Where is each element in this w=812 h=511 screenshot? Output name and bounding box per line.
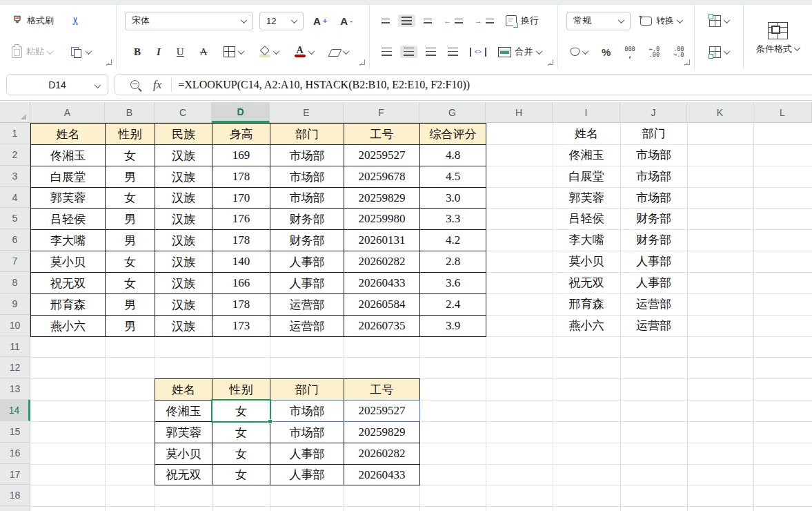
cell-G5[interactable]: 3.3 bbox=[419, 208, 486, 230]
cell-C17[interactable]: 祝无双 bbox=[155, 464, 212, 485]
cell-B2[interactable]: 女 bbox=[105, 144, 155, 166]
cell-F16[interactable]: 20260282 bbox=[344, 443, 420, 465]
column-header-D[interactable]: D bbox=[212, 102, 270, 123]
font-family-select[interactable]: 宋体 bbox=[125, 12, 253, 30]
cell-A1[interactable]: 姓名 bbox=[30, 123, 106, 145]
cell-I5[interactable]: 吕轻侯 bbox=[553, 208, 620, 229]
column-header-G[interactable]: G bbox=[419, 102, 486, 123]
cell-J7[interactable]: 人事部 bbox=[620, 251, 687, 272]
increase-decimal-button[interactable]: ←.0.00 bbox=[646, 44, 663, 60]
cell-J8[interactable]: 人事部 bbox=[620, 272, 687, 293]
cell-G1[interactable]: 综合评分 bbox=[419, 123, 486, 145]
cell-E8[interactable]: 人事部 bbox=[270, 272, 344, 294]
number-dialog-launcher[interactable] bbox=[684, 59, 690, 65]
cell-D9[interactable]: 178 bbox=[212, 293, 270, 316]
cell-E14[interactable]: 市场部 bbox=[270, 400, 344, 422]
thousands-separator-button[interactable]: 000, bbox=[621, 44, 638, 60]
cell-J10[interactable]: 运营部 bbox=[620, 315, 687, 336]
cell-G7[interactable]: 2.8 bbox=[419, 251, 486, 273]
cell-C5[interactable]: 汉族 bbox=[155, 208, 212, 230]
justify-button[interactable] bbox=[444, 46, 462, 58]
cell-J2[interactable]: 市场部 bbox=[620, 144, 687, 166]
cell-A5[interactable]: 吕轻侯 bbox=[30, 208, 106, 230]
cell-C10[interactable]: 汉族 bbox=[155, 315, 212, 337]
cell-B6[interactable]: 男 bbox=[105, 229, 155, 251]
cell-G4[interactable]: 3.0 bbox=[419, 187, 486, 209]
row-header-5[interactable]: 5 bbox=[0, 208, 30, 229]
row-header-17[interactable]: 17 bbox=[0, 464, 30, 485]
paste-button[interactable]: 粘贴 bbox=[8, 44, 56, 60]
eraser-button[interactable] bbox=[326, 46, 352, 59]
row-header-19[interactable]: 19 bbox=[0, 506, 30, 511]
cell-E16[interactable]: 人事部 bbox=[270, 443, 344, 465]
cell-E9[interactable]: 运营部 bbox=[270, 293, 344, 316]
formula-search-icon[interactable] bbox=[130, 80, 139, 89]
cell-I4[interactable]: 郭芙蓉 bbox=[553, 187, 620, 208]
cell-A9[interactable]: 邢育森 bbox=[30, 293, 106, 316]
cell-D2[interactable]: 169 bbox=[212, 144, 270, 166]
cell-I1[interactable]: 姓名 bbox=[553, 123, 620, 144]
row-header-2[interactable]: 2 bbox=[0, 144, 30, 166]
cell-E4[interactable]: 市场部 bbox=[270, 187, 344, 209]
cell-B4[interactable]: 女 bbox=[105, 187, 155, 209]
column-header-J[interactable]: J bbox=[620, 102, 687, 123]
cell-G6[interactable]: 4.2 bbox=[419, 229, 486, 251]
cell-A8[interactable]: 祝无双 bbox=[30, 272, 106, 294]
font-color-button[interactable]: A bbox=[291, 44, 317, 59]
row-header-6[interactable]: 6 bbox=[0, 229, 30, 251]
cell-A7[interactable]: 莫小贝 bbox=[30, 251, 106, 273]
align-left-button[interactable] bbox=[378, 46, 395, 58]
cell-F6[interactable]: 20260131 bbox=[344, 229, 420, 251]
cell-G8[interactable]: 3.6 bbox=[419, 272, 486, 294]
cell-B10[interactable]: 男 bbox=[105, 315, 155, 337]
cell-C16[interactable]: 莫小贝 bbox=[155, 443, 212, 465]
row-header-11[interactable]: 11 bbox=[0, 336, 30, 357]
cell-D4[interactable]: 170 bbox=[212, 187, 270, 209]
row-header-18[interactable]: 18 bbox=[0, 485, 30, 506]
formula-input-area[interactable]: fx =XLOOKUP(C14, A2:A10, HSTACK(B2:B10, … bbox=[115, 74, 812, 95]
fx-icon[interactable]: fx bbox=[153, 78, 161, 92]
cell-A6[interactable]: 李大嘴 bbox=[30, 229, 106, 251]
cell-I8[interactable]: 祝无双 bbox=[553, 272, 620, 293]
clipboard-dialog-launcher[interactable] bbox=[106, 59, 112, 65]
italic-button[interactable]: I bbox=[153, 44, 164, 60]
cell-C9[interactable]: 汉族 bbox=[155, 293, 212, 316]
name-box[interactable]: D14 bbox=[6, 74, 108, 95]
cell-C7[interactable]: 汉族 bbox=[155, 251, 212, 273]
cell-F7[interactable]: 20260282 bbox=[344, 251, 420, 273]
cell-D13[interactable]: 性别 bbox=[212, 378, 270, 401]
decrease-font-button[interactable]: A- bbox=[337, 13, 356, 29]
cell-B7[interactable]: 女 bbox=[105, 251, 155, 273]
cell-D1[interactable]: 身高 bbox=[212, 123, 270, 145]
borders-button[interactable] bbox=[220, 44, 247, 59]
column-header-C[interactable]: C bbox=[155, 102, 212, 123]
cell-J4[interactable]: 市场部 bbox=[620, 187, 687, 208]
formula-text[interactable]: =XLOOKUP(C14, A2:A10, HSTACK(B2:B10, E2:… bbox=[178, 79, 470, 91]
cell-F10[interactable]: 20260735 bbox=[344, 315, 420, 337]
cell-I7[interactable]: 莫小贝 bbox=[553, 251, 620, 272]
cut-button[interactable]: ✂ bbox=[68, 14, 83, 28]
cell-E10[interactable]: 运营部 bbox=[270, 315, 344, 337]
align-right-button[interactable] bbox=[422, 46, 439, 58]
cell-F3[interactable]: 20259678 bbox=[344, 166, 420, 188]
bold-button[interactable]: B bbox=[130, 44, 144, 60]
cell-C13[interactable]: 姓名 bbox=[155, 378, 212, 401]
row-header-15[interactable]: 15 bbox=[0, 421, 30, 443]
cell-E2[interactable]: 市场部 bbox=[270, 144, 344, 166]
font-dialog-launcher[interactable] bbox=[359, 59, 365, 65]
cell-F9[interactable]: 20260584 bbox=[344, 293, 420, 316]
column-header-L[interactable]: L bbox=[753, 102, 812, 123]
select-all-corner[interactable] bbox=[0, 102, 30, 123]
row-header-9[interactable]: 9 bbox=[0, 293, 30, 315]
align-center-button[interactable] bbox=[400, 46, 417, 58]
cell-I9[interactable]: 邢育森 bbox=[553, 293, 620, 315]
cell-D8[interactable]: 166 bbox=[212, 272, 270, 294]
cell-F15[interactable]: 20259829 bbox=[344, 421, 420, 443]
cell-C1[interactable]: 民族 bbox=[155, 123, 212, 145]
cell-C6[interactable]: 汉族 bbox=[155, 229, 212, 251]
conditional-format-button[interactable]: 条件格式 bbox=[753, 20, 803, 57]
cell-C3[interactable]: 汉族 bbox=[155, 166, 212, 188]
cell-D15[interactable]: 女 bbox=[212, 421, 270, 443]
cell-D7[interactable]: 140 bbox=[212, 251, 270, 273]
format-painter-button[interactable]: 格式刷 bbox=[8, 12, 57, 29]
